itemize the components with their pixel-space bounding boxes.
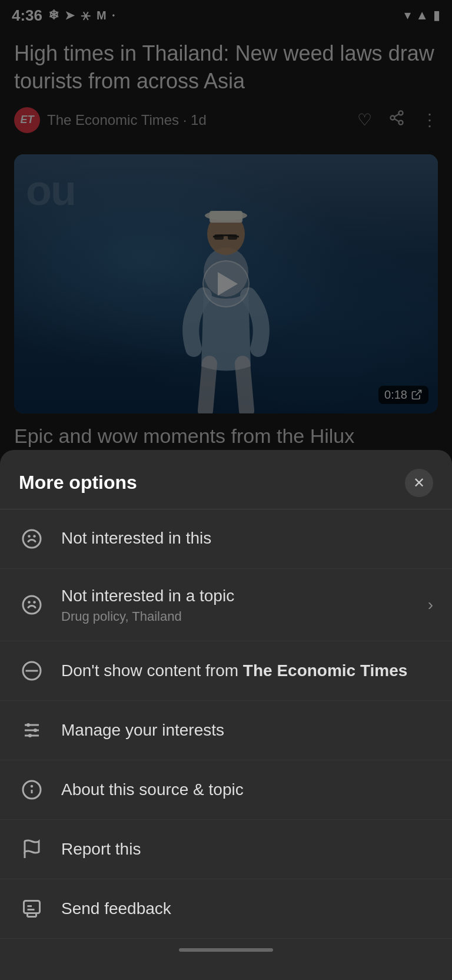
- sad-face-topic-icon: [19, 592, 45, 618]
- sheet-item-report[interactable]: Report this: [0, 820, 452, 879]
- sheet-item-feedback[interactable]: Send feedback: [0, 879, 452, 939]
- item-content-report: Report this: [61, 839, 433, 860]
- sheet-header: More options ✕: [0, 450, 452, 509]
- sliders-icon: [19, 717, 45, 743]
- sheet-title: More options: [19, 472, 137, 494]
- svg-point-24: [34, 729, 37, 732]
- item-label: Not interested in this: [61, 528, 433, 549]
- item-label-feedback: Send feedback: [61, 898, 433, 919]
- item-label-report: Report this: [61, 839, 433, 860]
- item-sublabel-topic: Drug policy, Thailand: [61, 609, 411, 624]
- item-content-about: About this source & topic: [61, 779, 433, 800]
- item-content-feedback: Send feedback: [61, 898, 433, 919]
- item-content-manage: Manage your interests: [61, 720, 433, 741]
- flag-icon: [19, 836, 45, 862]
- block-icon: [19, 658, 45, 684]
- sheet-item-about-source[interactable]: About this source & topic: [0, 760, 452, 820]
- item-label-manage: Manage your interests: [61, 720, 433, 741]
- sheet-item-not-interested-topic[interactable]: Not interested in a topic Drug policy, T…: [0, 569, 452, 641]
- home-indicator: [0, 939, 452, 956]
- feedback-icon: [19, 896, 45, 922]
- sheet-item-manage-interests[interactable]: Manage your interests: [0, 701, 452, 760]
- svg-point-23: [26, 723, 30, 727]
- bottom-sheet: More options ✕ Not interested in this: [0, 450, 452, 980]
- sheet-item-dont-show[interactable]: Don't show content from The Economic Tim…: [0, 641, 452, 701]
- item-content-not-interested: Not interested in this: [61, 528, 433, 549]
- sad-face-icon: [19, 526, 45, 552]
- info-icon: [19, 777, 45, 803]
- svg-point-25: [28, 734, 32, 737]
- item-label-topic: Not interested in a topic: [61, 585, 411, 607]
- sheet-item-not-interested[interactable]: Not interested in this: [0, 509, 452, 569]
- item-content-dont-show: Don't show content from The Economic Tim…: [61, 660, 433, 681]
- close-button[interactable]: ✕: [405, 469, 433, 497]
- item-label-dont-show: Don't show content from The Economic Tim…: [61, 660, 433, 681]
- item-content-not-interested-topic: Not interested in a topic Drug policy, T…: [61, 585, 411, 624]
- item-label-about: About this source & topic: [61, 779, 433, 800]
- home-bar: [179, 948, 273, 952]
- chevron-right-icon: ›: [428, 595, 433, 614]
